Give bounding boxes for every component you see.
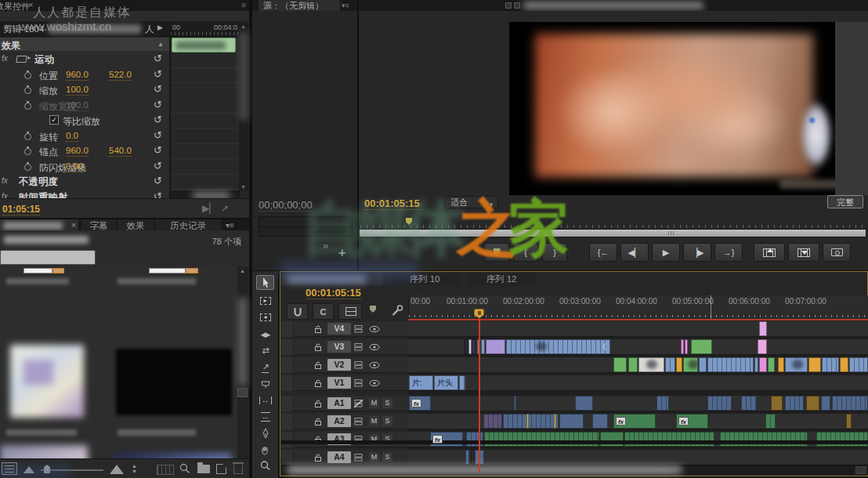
timeline-clip[interactable] <box>849 357 868 372</box>
stopwatch-icon[interactable] <box>24 148 31 155</box>
razor-tool[interactable] <box>256 376 274 391</box>
track-select-backward-tool[interactable]: ◂ <box>256 310 274 324</box>
track-lane-v3[interactable]: 《 <box>408 339 868 355</box>
mute-button[interactable]: M <box>369 452 379 462</box>
track-name[interactable]: V2 <box>327 359 351 371</box>
scrollbar-box[interactable] <box>237 388 248 397</box>
timeline-clip[interactable] <box>481 339 485 354</box>
timeline-clip[interactable] <box>707 357 754 372</box>
lock-icon[interactable] <box>313 324 323 334</box>
pen-tool[interactable] <box>256 425 274 440</box>
track-name[interactable]: A4 <box>327 451 351 463</box>
solo-button[interactable]: S <box>382 452 392 462</box>
video-effects-section-header[interactable]: 效果 ▲ <box>0 38 169 52</box>
track-lane-a4[interactable] <box>408 450 868 465</box>
sync-lock-icon[interactable] <box>354 361 363 369</box>
track-lane-v1[interactable]: 片:片头 <box>408 375 868 391</box>
hand-tool[interactable] <box>256 442 274 457</box>
add-marker-button[interactable] <box>484 243 509 262</box>
timeline-clip[interactable] <box>685 339 688 354</box>
timeline-clip[interactable]: 片头 <box>434 375 458 390</box>
item-thumbnail[interactable] <box>116 349 232 415</box>
item-thumbnail[interactable] <box>10 345 84 418</box>
scroll-down-icon[interactable]: ▼ <box>241 184 246 190</box>
timeline-clip[interactable] <box>683 357 698 372</box>
timeline-clip[interactable] <box>656 396 669 411</box>
lock-icon[interactable] <box>313 342 323 352</box>
sync-lock-icon[interactable] <box>354 418 363 425</box>
zoom-slider-thumb[interactable] <box>44 465 50 473</box>
timeline-clip[interactable] <box>759 321 767 336</box>
track-margin[interactable] <box>281 450 294 465</box>
stopwatch-icon[interactable] <box>24 103 31 110</box>
timeline-clip[interactable] <box>665 357 675 372</box>
mute-button[interactable]: M <box>369 416 379 426</box>
toggle-track-output-icon[interactable] <box>369 379 380 387</box>
tab-history[interactable]: 历史记录 <box>155 219 221 230</box>
track-margin[interactable] <box>281 339 294 355</box>
tab-sequence[interactable]: 序列 12 <box>467 273 536 285</box>
thumbnail-scrubber[interactable] <box>24 268 52 273</box>
timeline-clip[interactable] <box>699 357 707 372</box>
effect-name[interactable]: 不透明度 <box>19 176 58 189</box>
reset-icon[interactable]: ↺ <box>154 114 162 125</box>
timecode[interactable]: 01:05:15 <box>2 204 40 215</box>
toggle-track-output-icon[interactable] <box>369 361 380 369</box>
panel-menu-icon[interactable]: ▾≡ <box>342 2 349 9</box>
lock-icon[interactable] <box>313 399 323 408</box>
timeline-clip[interactable] <box>471 450 474 465</box>
keyframe-timeline[interactable]: 00 00:04:0 ▲ ▼ <box>169 21 249 198</box>
icon-view-large-icon[interactable] <box>110 465 124 474</box>
timeline-clip[interactable] <box>638 357 664 372</box>
timeline-clip[interactable] <box>628 357 638 372</box>
sync-lock-icon[interactable] <box>354 343 363 351</box>
tab-active-sequence[interactable] <box>281 273 383 285</box>
step-back-button[interactable]: ◀▏ <box>620 243 649 262</box>
search-input[interactable] <box>0 250 96 265</box>
timeline-clip[interactable] <box>846 414 852 429</box>
item-thumbnail[interactable] <box>0 445 88 458</box>
export-icon[interactable]: ↗ <box>221 203 229 214</box>
stopwatch-icon[interactable] <box>24 133 31 140</box>
trash-icon[interactable] <box>233 465 243 474</box>
mark-in-button[interactable]: { <box>513 243 538 262</box>
lock-icon[interactable] <box>313 453 323 462</box>
timeline-clip[interactable] <box>771 396 783 411</box>
go-to-out-button[interactable]: →} <box>714 243 743 262</box>
expander-icon[interactable]: ▶ <box>157 24 163 31</box>
timeline-clip[interactable] <box>840 357 848 372</box>
timeline-clip[interactable]: 《 <box>506 339 610 354</box>
zoom-level-select[interactable]: 适合▼ <box>445 196 498 208</box>
blurred-program-tab-title[interactable] <box>523 2 703 9</box>
track-margin[interactable] <box>281 414 294 429</box>
timeline-clip[interactable] <box>768 357 775 372</box>
timeline-clip[interactable] <box>613 357 627 372</box>
timeline-clip[interactable] <box>503 414 559 429</box>
thumbnail-scrubber[interactable] <box>149 268 186 273</box>
source-scrub-area[interactable] <box>259 216 353 237</box>
scrollbar-end-box[interactable] <box>855 466 866 474</box>
tab-project[interactable]: × <box>0 219 78 230</box>
timeline-clip[interactable] <box>741 396 757 411</box>
thumbnail-scrubber-segment[interactable] <box>52 268 64 273</box>
property-value[interactable]: 960.0 <box>66 70 89 81</box>
automate-to-sequence-icon[interactable] <box>157 465 174 475</box>
close-icon[interactable]: × <box>71 220 76 230</box>
collapse-icon[interactable]: ▲ <box>157 41 164 48</box>
timeline-clip[interactable] <box>691 339 712 354</box>
scrub-marker-icon[interactable] <box>406 218 412 225</box>
rolling-edit-tool[interactable]: ⇄ <box>256 343 274 358</box>
track-lane-v4[interactable] <box>408 321 868 337</box>
timeline-clip[interactable] <box>785 396 804 411</box>
timeline-clip[interactable] <box>484 432 599 447</box>
timeline-clip[interactable]: 片: <box>409 375 433 390</box>
timeline-horizontal-scrollbar[interactable] <box>281 465 868 475</box>
timeline-clip[interactable] <box>832 396 868 411</box>
reset-icon[interactable]: ↺ <box>154 83 162 95</box>
reset-icon[interactable]: ↺ <box>154 99 162 110</box>
timeline-clip[interactable] <box>676 357 682 372</box>
timeline-clip[interactable] <box>785 357 808 372</box>
timeline-clip[interactable] <box>806 396 819 411</box>
play-button[interactable]: ▶ <box>652 243 680 262</box>
effect-name[interactable]: 运动 <box>34 53 54 67</box>
